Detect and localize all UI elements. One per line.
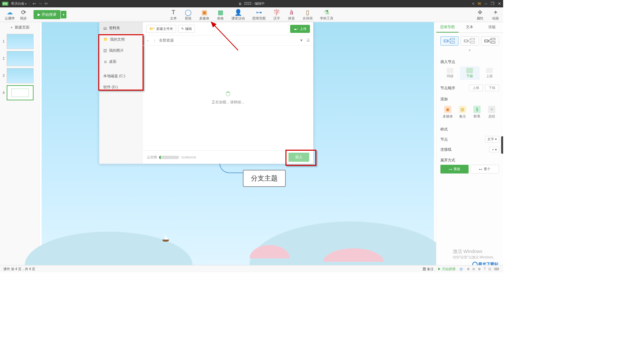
rp-tab-0[interactable]: 思维导图	[436, 22, 459, 33]
svg-line-12	[488, 39, 491, 41]
cut-icon[interactable]: ✄	[45, 1, 48, 6]
notes-button[interactable]: ☰ 备注	[423, 267, 434, 271]
resource-modal: 🗂 资料夹 📁我的文档🖼我的图片🖥桌面 本地磁盘 (C:)软件 (D:) 📁⁺新…	[99, 22, 313, 164]
app-name[interactable]: 希沃白板	[11, 1, 26, 6]
upload-button[interactable]: ☁↑上传	[290, 25, 310, 33]
svg-rect-1	[444, 40, 447, 42]
slide-thumb-4[interactable]	[7, 85, 34, 100]
mindmap-style-0[interactable]	[440, 36, 459, 46]
mindmap-style-2[interactable]	[481, 36, 499, 46]
rp-tab-2[interactable]: 排版	[481, 22, 503, 33]
connector-style-label: 连接线	[440, 147, 451, 152]
edit-icon: ✎	[181, 27, 184, 31]
animation-icon: ✦	[492, 9, 499, 16]
undo-icon[interactable]: ↩	[33, 1, 36, 6]
svg-rect-11	[485, 40, 488, 42]
add-1[interactable]: ▤备注	[455, 104, 470, 121]
tool-animation[interactable]: ✦动画	[492, 9, 499, 21]
move-up-button[interactable]: 上移	[469, 85, 483, 91]
new-page-button[interactable]: ＋ 新建页面	[0, 22, 39, 33]
slide-thumb-3[interactable]	[7, 68, 34, 83]
folder-icon: 🖥	[103, 60, 107, 64]
start-class-button[interactable]: ▶ 开始授课	[34, 10, 60, 19]
tool-media[interactable]: ▣多媒体	[199, 9, 209, 21]
node-style-dropdown[interactable]: 文字 ▾	[485, 136, 499, 143]
sidebar-item-2[interactable]: 🖥桌面	[99, 56, 143, 67]
tool-table[interactable]: ▦表格	[217, 9, 224, 21]
folder-icon: 🖼	[103, 49, 107, 53]
tray-icons[interactable]: ⊕ ⊘ ⊗ ? ⊡ ⌨	[467, 267, 500, 271]
slide-thumb-1[interactable]	[7, 34, 34, 49]
add-icon-0: ▣	[444, 106, 451, 113]
table-icon: ▦	[217, 9, 224, 16]
mindmap-style-1[interactable]	[461, 36, 479, 46]
insert-node-0[interactable]: 同级	[440, 66, 460, 80]
add-icon-1: ▤	[459, 106, 466, 113]
rp-tab-1[interactable]: 文本	[459, 22, 481, 33]
tool-subject[interactable]: ⚗学科工具	[320, 9, 333, 21]
svg-line-7	[468, 39, 471, 41]
add-0[interactable]: ▣多媒体	[440, 104, 455, 121]
upload-icon: ☁↑	[293, 27, 299, 31]
cloud-course-button[interactable]: ☁ 云课件	[5, 9, 15, 21]
tool-poem[interactable]: ▯古诗词	[303, 9, 313, 21]
more-styles-toggle[interactable]: ▾	[440, 48, 499, 53]
tool-mindmap[interactable]: ⊶思维导图	[252, 9, 266, 21]
share-icon[interactable]: <	[472, 1, 474, 6]
expand-each-button[interactable]: ⊷ 逐个	[471, 165, 499, 173]
connector-style-dropdown[interactable]: ⤶ ▾	[489, 147, 499, 152]
back-icon[interactable]: ←	[146, 39, 150, 43]
sync-icon: ⟳	[21, 9, 26, 16]
present-button[interactable]: ▶ 开始授课	[438, 267, 455, 271]
sidebar-item-1[interactable]: 🖼我的图片	[99, 45, 143, 56]
sidebar-drive-0[interactable]: 本地磁盘 (C:)	[99, 70, 143, 82]
breadcrumb-root[interactable]: 全部资源	[159, 38, 174, 43]
ime-indicator[interactable]: ㊥	[460, 267, 463, 271]
add-icon-3: ≡	[488, 106, 495, 113]
new-folder-button[interactable]: 📁⁺新建文件夹	[146, 25, 176, 33]
lang-badge[interactable]: EN	[2, 2, 8, 6]
tool-shape[interactable]: ◯形状	[184, 9, 192, 21]
sidebar-drive-1[interactable]: 软件 (D:)	[99, 82, 143, 93]
modal-main: 📁⁺新建文件夹 ✎编辑 ☁↑上传 ← | 全部资源 ▼ ☰ 正在加载，请稍候..…	[143, 22, 313, 164]
background-hills	[42, 225, 434, 265]
add-2[interactable]: §联系	[470, 104, 485, 121]
list-view-icon[interactable]: ☰	[307, 38, 310, 43]
panel-collapse-handle[interactable]	[501, 136, 503, 154]
sidebar-item-0[interactable]: 📁我的文档	[99, 34, 143, 45]
redo-icon[interactable]: ↪	[39, 1, 42, 6]
edit-button[interactable]: ✎编辑	[178, 25, 195, 33]
minimize-icon[interactable]: ─	[484, 1, 487, 6]
add-3[interactable]: ≡总结	[484, 104, 499, 121]
tool-pinyin[interactable]: ā拼音	[288, 9, 295, 21]
move-down-button[interactable]: 下移	[485, 85, 499, 91]
slide-thumb-2[interactable]	[7, 51, 34, 66]
maximize-icon[interactable]: ❐	[491, 1, 494, 6]
tool-hanzi[interactable]: 字汉字	[273, 9, 280, 21]
insert-button[interactable]: 插入	[288, 153, 309, 162]
tool-properties[interactable]: ❖属性	[476, 9, 484, 21]
start-class-dropdown[interactable]: ▾	[61, 11, 66, 18]
modal-sidebar: 🗂 资料夹 📁我的文档🖼我的图片🖥桌面 本地磁盘 (C:)软件 (D:)	[99, 22, 143, 164]
add-title: 添加	[436, 93, 503, 104]
node-style-label: 节点	[440, 137, 448, 142]
svg-rect-4	[450, 38, 454, 40]
loading-spinner-icon	[226, 92, 230, 96]
svg-rect-15	[491, 42, 495, 43]
filter-icon[interactable]: ▼	[300, 38, 303, 43]
expand-level-button[interactable]: ⊶ 逐级	[440, 165, 469, 173]
storage-bar	[159, 156, 179, 159]
svg-rect-10	[471, 42, 475, 43]
tool-text[interactable]: T文本	[170, 9, 177, 21]
sync-button[interactable]: ⟳ 同步	[20, 9, 27, 21]
pinyin-icon: ā	[288, 9, 295, 16]
document-title: 2222 - 编辑中	[244, 1, 264, 6]
tool-activity[interactable]: 👤课堂活动	[231, 9, 245, 21]
properties-panel: 思维导图文本排版 ▾ 插入节点 同级下级上级 节点顺序 上移 下移 添加 ▣多媒…	[436, 22, 503, 265]
insert-node-2[interactable]: 上级	[480, 66, 499, 80]
branch-topic-node[interactable]: 分支主题	[243, 170, 286, 187]
close-icon[interactable]: ✕	[498, 1, 501, 6]
mail-icon[interactable]: ✉	[478, 1, 481, 6]
insert-node-1[interactable]: 下级	[460, 66, 479, 80]
mindmap-icon: ⊶	[255, 9, 263, 16]
